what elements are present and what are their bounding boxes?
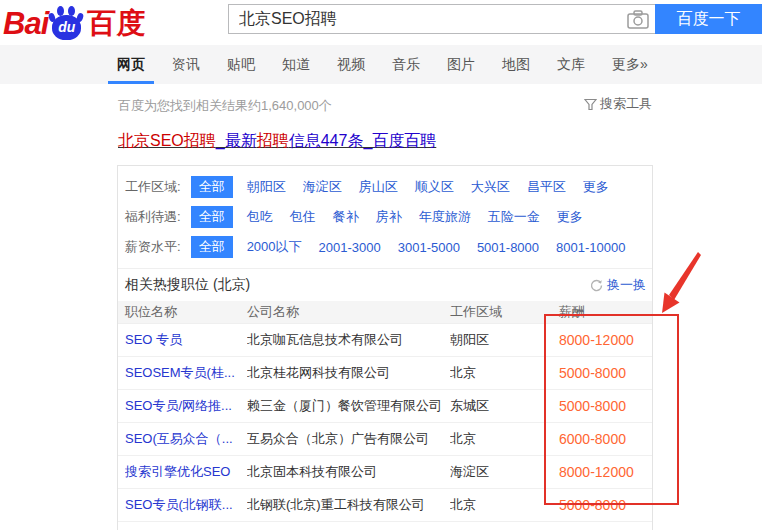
tab-images[interactable]: 图片 [447,45,475,84]
tab-zhidao[interactable]: 知道 [282,45,310,84]
result-count: 百度为您找到相关结果约1,640,000个 [118,97,332,115]
tab-tieba[interactable]: 贴吧 [227,45,255,84]
baidu-serp-page: Bai du 百度 百度一下 网页 资讯 贴吧 知道 视频 音乐 图片 地图 [0,0,762,530]
filter-row-benefits: 福利待遇: 全部 包吃 包住 餐补 房补 年度旅游 五险一金 更多 [118,202,652,232]
tab-more[interactable]: 更多» [612,45,648,84]
table-row: SEOSEM专员(桂... 北京桂花网科技有限公司 北京 5000-8000 [118,357,652,390]
baidu-paw-icon: du [49,4,85,42]
search-tools-label: 搜索工具 [600,95,652,113]
salary-range: 8000-12000 [559,464,652,480]
salary-range: 8000-12000 [559,332,652,348]
refresh-label: 换一换 [607,276,646,294]
tab-music[interactable]: 音乐 [392,45,420,84]
table-row: SEO(互易众合（... 互易众合（北京）广告有限公司 北京 6000-8000 [118,423,652,456]
logo-du-text: du [58,19,75,35]
filter-section: 工作区域: 全部 朝阳区 海淀区 房山区 顺义区 大兴区 昌平区 更多 福利待遇… [118,166,652,262]
work-region: 朝阳区 [450,331,559,349]
filter-option[interactable]: 8001-10000 [556,240,625,255]
filter-selected-chip[interactable]: 全部 [191,206,233,228]
job-link[interactable]: 搜索引擎优化SEO [125,463,247,481]
tab-news[interactable]: 资讯 [172,45,200,84]
job-link[interactable]: SEO专员/网络推... [125,397,247,415]
salary-range: 5000-8000 [559,365,652,381]
title-highlight: 北京SEO招聘 [118,132,216,149]
filter-option[interactable]: 大兴区 [471,178,510,196]
filter-selected-chip[interactable]: 全部 [191,176,233,198]
filter-option-more[interactable]: 更多 [583,178,609,196]
filter-row-region: 工作区域: 全部 朝阳区 海淀区 房山区 顺义区 大兴区 昌平区 更多 [118,172,652,202]
job-link[interactable]: SEO(互易众合（... [125,430,247,448]
baidu-logo[interactable]: Bai du 百度 [3,4,145,42]
filter-option[interactable]: 包住 [290,208,316,226]
refresh-icon [590,279,603,292]
active-tab-underline [108,81,154,84]
serp-navbar: 网页 资讯 贴吧 知道 视频 音乐 图片 地图 文库 更多» [0,45,762,84]
table-row: SEO专员(北钢联... 北钢联(北京)重工科技有限公司 北京 5000-800… [118,489,652,522]
filter-option-more[interactable]: 更多 [557,208,583,226]
col-header-job: 职位名称 [125,303,247,321]
work-region: 北京 [450,430,559,448]
filter-option[interactable]: 包吃 [247,208,273,226]
filter-option[interactable]: 5001-8000 [477,240,539,255]
title-text: _最新 [216,132,257,149]
job-link[interactable]: SEO 专员 [125,331,247,349]
filter-label: 薪资水平: [125,238,181,256]
work-region: 海淀区 [450,463,559,481]
filter-option[interactable]: 房补 [376,208,402,226]
company-name: 北京桂花网科技有限公司 [247,364,450,382]
work-region: 东城区 [450,397,559,415]
filter-option[interactable]: 朝阳区 [247,178,286,196]
tab-wenku[interactable]: 文库 [557,45,585,84]
camera-icon[interactable] [627,8,651,30]
table-row: SEO专员/网络推... 赖三金（厦门）餐饮管理有限公司 东城区 5000-80… [118,390,652,423]
filter-option[interactable]: 顺义区 [415,178,454,196]
col-header-salary: 薪酬 [559,303,652,321]
refresh-button[interactable]: 换一换 [590,276,646,294]
job-widget-card: 工作区域: 全部 朝阳区 海淀区 房山区 顺义区 大兴区 昌平区 更多 福利待遇… [117,165,653,530]
nav-tabs: 网页 资讯 贴吧 知道 视频 音乐 图片 地图 文库 更多» [117,45,675,84]
salary-range: 5000-8000 [559,497,652,513]
table-row: SEO 专员 北京咖瓦信息技术有限公司 朝阳区 8000-12000 [118,324,652,357]
filter-label: 福利待遇: [125,208,181,226]
hot-jobs-header: 相关热搜职位 (北京) 换一换 [118,269,652,301]
filter-option[interactable]: 海淀区 [303,178,342,196]
filter-selected-chip[interactable]: 全部 [191,236,233,258]
tab-maps[interactable]: 地图 [502,45,530,84]
job-link[interactable]: SEOSEM专员(桂... [125,364,247,382]
table-header-row: 职位名称 公司名称 工作区域 薪酬 [118,301,652,324]
filter-option[interactable]: 2000以下 [247,238,302,256]
tab-video[interactable]: 视频 [337,45,365,84]
tab-webpage[interactable]: 网页 [117,45,145,84]
filter-option[interactable]: 房山区 [359,178,398,196]
search-button[interactable]: 百度一下 [655,4,762,34]
work-region: 北京 [450,364,559,382]
company-name: 北京咖瓦信息技术有限公司 [247,331,450,349]
search-tools-button[interactable]: 搜索工具 [584,95,652,113]
filter-option[interactable]: 昌平区 [527,178,566,196]
funnel-icon [584,98,597,111]
filter-label: 工作区域: [125,178,181,196]
search-input[interactable] [228,4,655,34]
filter-option[interactable]: 餐补 [333,208,359,226]
work-region: 北京 [450,496,559,514]
col-header-company: 公司名称 [247,303,450,321]
filter-option[interactable]: 2001-3000 [319,240,381,255]
result-title-link[interactable]: 北京SEO招聘_最新招聘信息447条_百度百聘 [118,131,436,152]
filter-option[interactable]: 五险一金 [488,208,540,226]
salary-range: 5000-8000 [559,398,652,414]
logo-bai-text: Bai [3,6,48,42]
company-name: 赖三金（厦门）餐饮管理有限公司 [247,397,450,415]
table-row: 搜索引擎优化SEO 北京固本科技有限公司 海淀区 8000-12000 [118,456,652,489]
company-name: 北京固本科技有限公司 [247,463,450,481]
hot-jobs-title: 相关热搜职位 (北京) [125,276,250,294]
filter-row-salary: 薪资水平: 全部 2000以下 2001-3000 3001-5000 5001… [118,232,652,262]
company-name: 互易众合（北京）广告有限公司 [247,430,450,448]
col-header-region: 工作区域 [450,303,559,321]
company-name: 北钢联(北京)重工科技有限公司 [247,496,450,514]
title-highlight: 招聘 [257,132,289,149]
filter-option[interactable]: 年度旅游 [419,208,471,226]
logo-cn-text: 百度 [87,4,145,42]
job-link[interactable]: SEO专员(北钢联... [125,496,247,514]
filter-option[interactable]: 3001-5000 [398,240,460,255]
salary-range: 6000-8000 [559,431,652,447]
